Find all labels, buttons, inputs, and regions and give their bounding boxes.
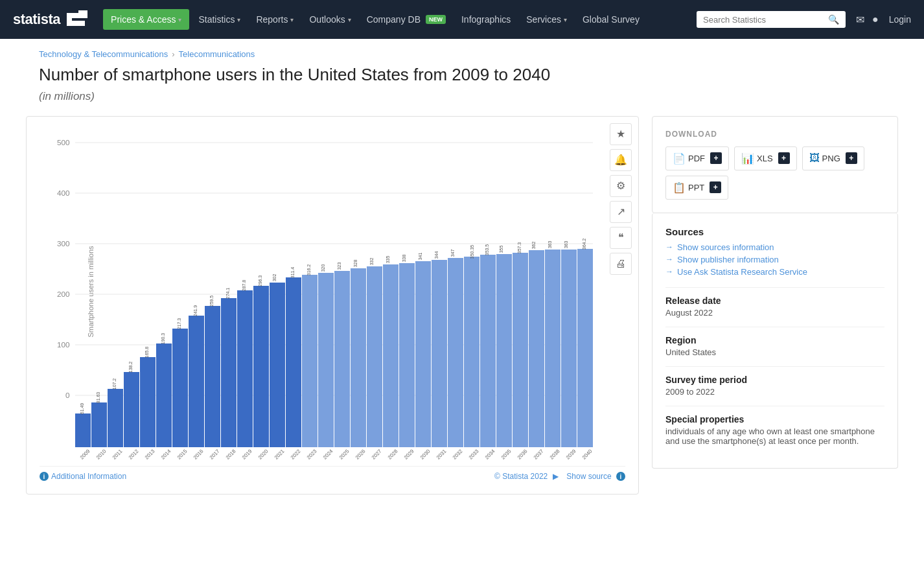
- bar-column: 165.8: [140, 357, 156, 447]
- nav-services[interactable]: Services ▾: [520, 9, 573, 30]
- show-sources-link[interactable]: → Show sources information: [665, 242, 884, 252]
- nav-outlooks[interactable]: Outlooks ▾: [303, 9, 357, 30]
- svg-text:400: 400: [57, 189, 70, 196]
- download-ppt-button[interactable]: 📋 PPT +: [665, 176, 728, 200]
- ppt-icon: 📋: [673, 181, 686, 194]
- bar-column: 316.2: [302, 275, 318, 447]
- special-props-value: individuals of any age who own at least …: [665, 426, 884, 446]
- bar-column: 362: [529, 250, 544, 447]
- bar-column: 344: [432, 260, 447, 447]
- divider-1: [665, 287, 884, 288]
- divider-2: [665, 327, 884, 327]
- globe-icon[interactable]: ●: [872, 14, 879, 25]
- nav-globalsurvey[interactable]: Global Survey: [576, 9, 646, 30]
- info-section: Sources → Show sources information → Sho…: [652, 213, 898, 469]
- nav-prices-access[interactable]: Prices & Access ▾: [103, 9, 189, 30]
- page-title-section: Number of smartphone users in the United…: [0, 64, 924, 116]
- bar-column: 353.5: [480, 255, 496, 447]
- bar-column: 274.1: [221, 298, 237, 447]
- sources-title: Sources: [665, 226, 884, 237]
- sources-section: Sources → Show sources information → Sho…: [665, 226, 884, 277]
- xls-icon: 📊: [741, 152, 754, 165]
- bar-column: 355: [496, 254, 512, 447]
- nav-reports[interactable]: Reports ▾: [249, 9, 300, 30]
- bar-column: 107.2: [108, 389, 123, 447]
- breadcrumb-tech-telecom[interactable]: Technology & Telecommunications: [39, 49, 168, 59]
- header-right: 🔍 ✉ ● Login: [697, 11, 911, 28]
- bar-column: 341: [415, 261, 431, 447]
- bar-column: 311.4: [286, 277, 301, 447]
- show-publisher-link[interactable]: → Show publisher information: [665, 255, 884, 264]
- svg-text:300: 300: [57, 240, 70, 247]
- svg-rect-2: [64, 10, 67, 29]
- bar-column: 138.2: [124, 372, 139, 447]
- show-source-link[interactable]: Show source i: [566, 472, 625, 482]
- services-arrow: ▾: [564, 16, 567, 23]
- main-nav: Prices & Access ▾ Statistics ▾ Reports ▾…: [103, 9, 646, 30]
- statista-link-icon: ▶: [553, 472, 559, 481]
- download-png-button[interactable]: 🖼 PNG +: [802, 146, 864, 170]
- logo[interactable]: statista: [13, 10, 87, 29]
- bar-column: 190.3: [156, 343, 172, 447]
- download-buttons: 📄 PDF + 📊 XLS + 🖼 PNG + 📋 PPT +: [665, 146, 884, 200]
- header-icons: ✉ ●: [856, 14, 879, 26]
- search-input[interactable]: [703, 15, 828, 25]
- nav-statistics[interactable]: Statistics ▾: [192, 9, 247, 30]
- bar-column: 287.8: [237, 290, 253, 447]
- sources-arrow-icon: →: [665, 242, 673, 251]
- additional-info-link[interactable]: i Additional Information: [40, 472, 126, 481]
- breadcrumb-telecom[interactable]: Telecommunications: [179, 49, 255, 59]
- chart-footer: i Additional Information © Statista 2022…: [40, 466, 625, 482]
- survey-period-label: Survey time period: [665, 375, 884, 385]
- svg-rect-3: [64, 26, 87, 29]
- header-left: statista Prices & Access ▾ Statistics ▾ …: [13, 9, 646, 30]
- login-button[interactable]: Login: [889, 14, 911, 25]
- bar-column: 328: [351, 268, 366, 447]
- png-icon: 🖼: [809, 152, 820, 164]
- divider-4: [665, 406, 884, 406]
- bar-column: 363: [545, 250, 560, 447]
- ask-statista-link[interactable]: → Use Ask Statista Research Service: [665, 267, 884, 277]
- pdf-plus: +: [710, 152, 722, 164]
- region-label: Region: [665, 335, 884, 345]
- nav-companydb[interactable]: Company DB NEW: [360, 9, 452, 30]
- x-axis-labels: 2009201020112012201320142015201620172018…: [75, 450, 593, 458]
- svg-text:500: 500: [57, 139, 70, 146]
- bar-column: 335: [383, 264, 398, 447]
- header: statista Prices & Access ▾ Statistics ▾ …: [0, 0, 924, 39]
- bar-column: 357.3: [513, 253, 528, 447]
- bar-column: 81.63: [91, 402, 107, 447]
- search-box[interactable]: 🔍: [697, 11, 846, 28]
- ppt-plus: +: [710, 181, 721, 193]
- ask-arrow-icon: →: [665, 267, 673, 276]
- reports-arrow: ▾: [290, 16, 294, 23]
- svg-text:100: 100: [57, 341, 70, 348]
- bar-column: 338: [399, 263, 415, 447]
- new-badge: NEW: [426, 15, 446, 24]
- download-pdf-button[interactable]: 📄 PDF +: [665, 146, 729, 170]
- breadcrumb-separator: ›: [172, 49, 174, 59]
- statistics-arrow: ▾: [237, 16, 240, 23]
- bar-column: 350.35: [464, 257, 479, 447]
- page-title: Number of smartphone users in the United…: [39, 64, 885, 86]
- bar-column: 259.5: [205, 306, 220, 447]
- release-date-label: Release date: [665, 296, 884, 306]
- publisher-arrow-icon: →: [665, 255, 673, 264]
- release-date-value: August 2022: [665, 308, 884, 318]
- nav-infographics[interactable]: Infographics: [455, 9, 517, 30]
- svg-text:200: 200: [57, 290, 70, 297]
- region-block: Region United States: [665, 335, 884, 357]
- svg-text:0: 0: [65, 391, 70, 399]
- info-icon: i: [40, 472, 49, 481]
- breadcrumb-bar: Technology & Telecommunications › Teleco…: [0, 39, 924, 64]
- search-icon[interactable]: 🔍: [828, 14, 839, 25]
- chart-credits: © Statista 2022 ▶ Show source i: [494, 472, 625, 482]
- sidebar: DOWNLOAD 📄 PDF + 📊 XLS + 🖼 PNG +: [652, 116, 898, 495]
- prices-arrow: ▾: [178, 16, 181, 23]
- png-plus: +: [846, 152, 857, 164]
- bar-column: 364.2: [577, 249, 593, 447]
- download-xls-button[interactable]: 📊 XLS +: [734, 146, 797, 170]
- region-value: United States: [665, 347, 884, 357]
- survey-period-block: Survey time period 2009 to 2022: [665, 375, 884, 397]
- mail-icon[interactable]: ✉: [856, 14, 864, 26]
